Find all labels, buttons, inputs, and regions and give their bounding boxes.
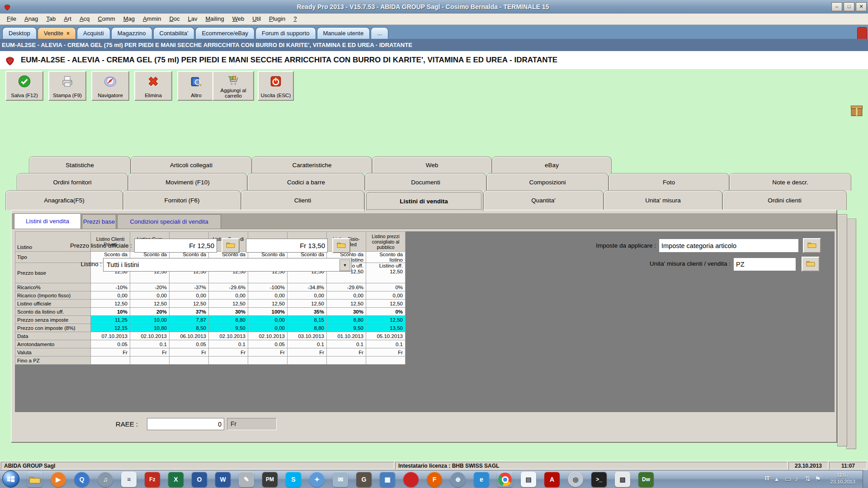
price-cell[interactable]: 01.10.2013: [327, 332, 366, 340]
price-cell[interactable]: -100%: [248, 283, 288, 291]
taskbar-word-icon[interactable]: W: [215, 472, 231, 487]
price-grid-column-listino-prezzi-consigliato-al-pubblico[interactable]: Listino prezzi consigliato al pubblico: [366, 232, 406, 252]
subtab-prezzi-base[interactable]: Prezzi base: [82, 214, 116, 229]
price-cell[interactable]: 10%: [91, 308, 130, 316]
price-cell[interactable]: 0,00: [248, 291, 288, 300]
price-cell[interactable]: Listino uff. 12,50: [366, 263, 406, 283]
price-cell[interactable]: 0%: [366, 283, 406, 291]
taskbar-notes-icon[interactable]: ▤: [521, 472, 536, 487]
price-cell[interactable]: 8,80: [288, 324, 327, 332]
taskbar-editor-icon[interactable]: ✎: [239, 472, 254, 487]
record-tab-quantita[interactable]: Quantita': [483, 190, 604, 210]
record-tab-foto[interactable]: Foto: [609, 173, 729, 191]
raee-input[interactable]: [147, 418, 224, 430]
price-cell[interactable]: [366, 357, 406, 365]
record-tab-clienti[interactable]: Clienti: [241, 190, 364, 210]
taskbar-notepad-icon[interactable]: ≡: [121, 472, 137, 487]
menu-item-plugin[interactable]: Plugin: [265, 14, 289, 24]
price-cell[interactable]: 0,00: [170, 291, 209, 300]
tray-clock[interactable]: 11:07 23.10.2013: [825, 472, 861, 485]
price-cell[interactable]: 05.10.2013: [366, 332, 406, 340]
price-cell[interactable]: 02.10.2013: [209, 332, 248, 340]
price-cell[interactable]: 02.10.2013: [130, 332, 170, 340]
toolbar-uscita[interactable]: Uscita (ESC): [258, 71, 294, 101]
price-cell[interactable]: 0.05: [248, 340, 288, 348]
price-cell[interactable]: 7,87: [170, 316, 209, 324]
record-tab-ordini-fornitori[interactable]: Ordini fornitori: [17, 173, 128, 191]
price-cell[interactable]: [209, 357, 248, 365]
price-cell[interactable]: Fr: [288, 348, 327, 357]
prezzo-listino-lookup-button-1[interactable]: [222, 238, 240, 253]
record-tab-articoli-collegati[interactable]: Articoli collegati: [131, 156, 252, 174]
record-tab-note-e-descr[interactable]: Note e descr.: [729, 173, 851, 191]
price-cell[interactable]: 0.05: [170, 340, 209, 348]
taskbar-globe-icon[interactable]: ⊕: [450, 472, 466, 487]
minimize-button[interactable]: –: [831, 2, 842, 11]
price-cell[interactable]: 0,00: [91, 291, 130, 300]
price-cell[interactable]: 13,50: [366, 324, 406, 332]
price-cell[interactable]: -34.8%: [288, 283, 327, 291]
record-tab-ordini-clienti[interactable]: Ordini clienti: [722, 190, 847, 210]
price-cell[interactable]: 30%: [209, 308, 248, 316]
tray-display-icon[interactable]: ▭: [785, 475, 791, 483]
taskbar-calculator-icon[interactable]: ▦: [380, 472, 395, 487]
price-cell[interactable]: 0.1: [130, 340, 170, 348]
record-tab-unita-misura[interactable]: Unita' misura: [604, 190, 722, 210]
listino-select[interactable]: Tutti i listini ▼: [103, 258, 352, 272]
tray-flag-icon[interactable]: ⚑: [815, 475, 821, 483]
close-tab-icon[interactable]: ×: [66, 30, 70, 37]
price-cell[interactable]: 30%: [327, 308, 366, 316]
record-tab-web[interactable]: Web: [372, 156, 492, 174]
price-cell[interactable]: 12,50: [327, 300, 366, 308]
price-cell[interactable]: 0,00: [209, 291, 248, 300]
taskbar-chrome-icon[interactable]: [497, 472, 513, 487]
price-cell[interactable]: 12,50: [130, 300, 170, 308]
taskbar-terminal-icon[interactable]: >_: [591, 472, 607, 487]
menu-item-doc[interactable]: Doc: [165, 14, 184, 24]
price-cell[interactable]: 10,00: [130, 316, 170, 324]
price-cell[interactable]: 12,50: [248, 300, 288, 308]
menu-item-acq[interactable]: Acq: [75, 14, 94, 24]
taskbar-gimp-icon[interactable]: G: [356, 472, 372, 487]
price-cell[interactable]: Fr: [366, 348, 406, 357]
package-icon[interactable]: [850, 104, 863, 119]
price-cell[interactable]: [327, 357, 366, 365]
menu-item-util[interactable]: Util: [248, 14, 265, 24]
price-cell[interactable]: -29.6%: [327, 283, 366, 291]
menu-item-comm[interactable]: Comm: [94, 14, 119, 24]
taskbar-quicktime-icon[interactable]: Q: [74, 472, 90, 487]
subtab-listini-di-vendita[interactable]: Listini di vendita: [14, 213, 81, 229]
taskbar-outlook-icon[interactable]: O: [192, 472, 207, 487]
menu-item-ammin[interactable]: Ammin: [139, 14, 165, 24]
price-cell[interactable]: Fr: [209, 348, 248, 357]
tray-volume-icon[interactable]: ♪: [795, 475, 798, 483]
chevron-down-icon[interactable]: ▼: [340, 259, 350, 271]
price-cell[interactable]: 0.05: [91, 340, 130, 348]
price-cell[interactable]: 8,80: [209, 316, 248, 324]
price-cell[interactable]: 100%: [248, 308, 288, 316]
tray-arrow-icon[interactable]: ▴: [775, 475, 778, 483]
start-button[interactable]: [2, 470, 19, 488]
toolbar-aggiungi-al-carrello[interactable]: Aggiungi al carrello: [212, 71, 254, 101]
price-cell[interactable]: 37%: [170, 308, 209, 316]
price-cell[interactable]: 0,00: [366, 291, 406, 300]
price-cell[interactable]: 02.10.2013: [248, 332, 288, 340]
session-tab-item[interactable]: ...: [371, 27, 388, 39]
price-cell[interactable]: 0.1: [327, 340, 366, 348]
maximize-button[interactable]: □: [844, 2, 854, 11]
taskbar-mail-icon[interactable]: ✉: [333, 472, 348, 487]
price-cell[interactable]: [248, 357, 288, 365]
price-cell[interactable]: 8,50: [170, 324, 209, 332]
session-tab-magazzino[interactable]: Magazzino: [111, 27, 152, 39]
price-cell[interactable]: -10%: [91, 283, 130, 291]
price-cell[interactable]: 35%: [288, 308, 327, 316]
tray-network-icon[interactable]: ⇅: [805, 475, 811, 483]
session-tab-contabilita[interactable]: Contabilita': [153, 27, 195, 39]
price-cell[interactable]: -20%: [130, 283, 170, 291]
price-cell[interactable]: 0,00: [248, 324, 288, 332]
record-tab-statistiche[interactable]: Statistiche: [29, 156, 131, 174]
price-cell[interactable]: 12,15: [91, 324, 130, 332]
menu-item-lav[interactable]: Lav: [184, 14, 202, 24]
record-tab-composizioni[interactable]: Composizioni: [486, 173, 609, 191]
toolbar-elimina[interactable]: Elimina: [134, 71, 172, 101]
